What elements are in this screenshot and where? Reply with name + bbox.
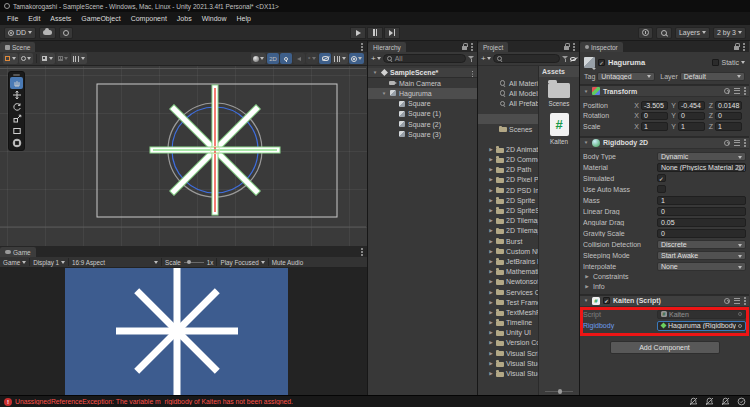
project-tree-item[interactable]: ▶ Unity UI <box>478 328 538 338</box>
lock-icon[interactable] <box>734 46 739 50</box>
kebab-icon[interactable] <box>744 90 746 92</box>
foldout-arrow-icon[interactable]: ▶ <box>488 228 494 233</box>
project-tree-item[interactable]: ▶ 2D Pixel Perfect <box>478 175 538 185</box>
foldout-arrow-icon[interactable]: ▶ <box>488 198 494 203</box>
rigidbody-object-field[interactable]: Haguruma (Rigidbody 2D) <box>657 321 746 331</box>
step-button[interactable] <box>384 27 400 39</box>
account-button[interactable]: DD <box>4 27 36 39</box>
tag-dropdown[interactable]: Untagged <box>597 72 655 81</box>
project-tree-item[interactable]: ▶ JetBrains Rider Editor <box>478 256 538 266</box>
gameobject-icon[interactable] <box>584 57 595 68</box>
foldout-arrow-icon[interactable]: ▶ <box>488 310 494 315</box>
property-value[interactable]: 0.05 <box>657 218 746 227</box>
project-tree-item[interactable]: ▶ Visual Scripting <box>478 348 538 358</box>
foldout-arrow-icon[interactable]: ▶ <box>488 157 494 162</box>
layout-dropdown[interactable]: 2 by 3 <box>713 27 746 39</box>
property-value[interactable]: None <box>657 262 746 271</box>
z-value-field[interactable]: 0 <box>715 112 742 121</box>
tab-scene[interactable]: Scene <box>0 42 35 52</box>
layers-dropdown[interactable]: Layers <box>675 27 710 39</box>
property-value[interactable] <box>657 185 666 194</box>
thumbnail-zoom-slider[interactable] <box>545 391 573 392</box>
add-component-button[interactable]: Add Component <box>610 341 720 354</box>
hierarchy-item[interactable]: Square (1) <box>368 109 477 119</box>
game-viewport[interactable] <box>0 268 367 395</box>
transform-header[interactable]: ▼ Transform <box>580 85 749 97</box>
project-tree-item[interactable]: ▶ Newtonsoft Json <box>478 277 538 287</box>
foldout-arrow-icon[interactable]: ▶ <box>488 218 494 223</box>
hierarchy-item[interactable]: Main Camera <box>368 78 477 88</box>
kaiten-script-header[interactable]: ▼ # ✓ Kaiten (Script) <box>580 295 749 307</box>
game-view-dropdown[interactable]: Game <box>3 259 26 266</box>
foldout-arrow-icon[interactable]: ▼ <box>583 140 589 145</box>
property-value[interactable]: ✓ <box>657 174 666 183</box>
menu-item[interactable]: File <box>2 15 23 22</box>
snap-move-dropdown[interactable] <box>71 53 87 64</box>
rect-tool-button[interactable] <box>10 125 23 137</box>
kebab-icon[interactable] <box>744 142 746 144</box>
lock-icon[interactable] <box>462 46 467 50</box>
active-checkbox[interactable]: ✓ <box>598 59 605 66</box>
scene-menu-kebab-icon[interactable] <box>361 46 363 48</box>
y-value-field[interactable]: 1 <box>678 122 705 131</box>
cloud-button[interactable] <box>39 27 56 39</box>
layer-dropdown[interactable]: Default <box>680 72 745 81</box>
hierarchy-menu-kebab-icon[interactable] <box>471 46 473 48</box>
create-object-button[interactable]: + <box>371 54 381 63</box>
foldout-arrow-icon[interactable]: ▶ <box>488 300 494 305</box>
project-tree-item[interactable]: ▶ Burst <box>478 236 538 246</box>
component-enabled-checkbox[interactable]: ✓ <box>603 297 610 304</box>
project-tree-item[interactable]: ▶ Custom NUnit <box>478 246 538 256</box>
project-tree-item[interactable]: ▼ Packages <box>478 134 539 144</box>
foldout-arrow-icon[interactable]: ▼ <box>583 89 589 94</box>
project-tree-item[interactable]: ▶ 2D PSD Importer <box>478 185 538 195</box>
scale-slider[interactable] <box>184 262 204 263</box>
effects-dropdown[interactable]: * <box>306 53 318 64</box>
project-tree-item[interactable]: ▶ Timeline <box>478 318 538 328</box>
x-value-field[interactable]: 1 <box>641 122 668 131</box>
property-value[interactable]: Dynamic <box>657 152 746 161</box>
project-tree-item[interactable]: ▶ Test Framework <box>478 297 538 307</box>
foldout-arrow-icon[interactable]: ▶ <box>488 351 494 356</box>
project-tree-item[interactable]: ▶ Mathematics <box>478 267 538 277</box>
property-value[interactable]: Discrete <box>657 240 746 249</box>
help-icon[interactable] <box>724 88 730 94</box>
project-tree-item[interactable]: ▼ Favorites <box>478 68 539 78</box>
project-tree-item[interactable]: ▶ 2D Path <box>478 165 538 175</box>
foldout-arrow-icon[interactable]: ▶ <box>488 361 494 366</box>
hierarchy-search-input[interactable]: All <box>383 54 466 63</box>
game-menu-kebab-icon[interactable] <box>361 251 363 253</box>
tab-inspector[interactable]: Inspector <box>580 42 623 52</box>
foldout-arrow-icon[interactable]: ▶ <box>488 177 494 182</box>
search-button[interactable] <box>656 27 672 39</box>
project-tree-item[interactable]: ▶ Services Core <box>478 287 538 297</box>
hierarchy-item[interactable]: ▼ SampleScene* <box>368 68 477 78</box>
x-value-field[interactable]: -3.505 <box>641 101 668 110</box>
object-picker-icon[interactable] <box>738 324 742 328</box>
property-value[interactable]: 0 <box>657 229 746 238</box>
aspect-dropdown[interactable]: 16:9 Aspect <box>72 259 158 266</box>
help-icon[interactable] <box>724 298 730 304</box>
property-value[interactable]: 1 <box>657 196 746 205</box>
project-tree-item[interactable]: ▶ 2D Common <box>478 155 538 165</box>
foldout-arrow-icon[interactable]: ▶ <box>488 340 494 345</box>
foldout-arrow-icon[interactable]: ▼ <box>583 298 589 303</box>
foldout-arrow-icon[interactable]: ▶ <box>488 259 494 264</box>
pause-button[interactable] <box>367 27 383 39</box>
project-tree-item[interactable]: ▶ TextMeshPro <box>478 307 538 317</box>
shading-mode-dropdown[interactable] <box>251 53 267 64</box>
move-tool-button[interactable] <box>10 89 23 101</box>
foldout-arrow-icon[interactable]: ▶ <box>488 188 494 193</box>
project-tree-item[interactable]: ▶ 2D Animation <box>478 144 538 154</box>
foldout-arrow-icon[interactable]: ▶ <box>488 147 494 152</box>
undo-history-button[interactable] <box>638 27 653 39</box>
mute-audio-button[interactable]: Mute Audio <box>272 259 304 266</box>
foldout-arrow-icon[interactable]: ▶ <box>488 320 494 325</box>
scene-audio-button[interactable] <box>293 53 305 64</box>
foldout-arrow-icon[interactable]: ▶ <box>488 167 494 172</box>
hierarchy-item[interactable]: Square (2) <box>368 119 477 129</box>
gizmos-dropdown[interactable] <box>349 53 365 64</box>
rotate-tool-button[interactable] <box>10 101 23 113</box>
lock-icon[interactable] <box>564 46 569 50</box>
play-focused-dropdown[interactable]: Play Focused <box>220 259 264 266</box>
